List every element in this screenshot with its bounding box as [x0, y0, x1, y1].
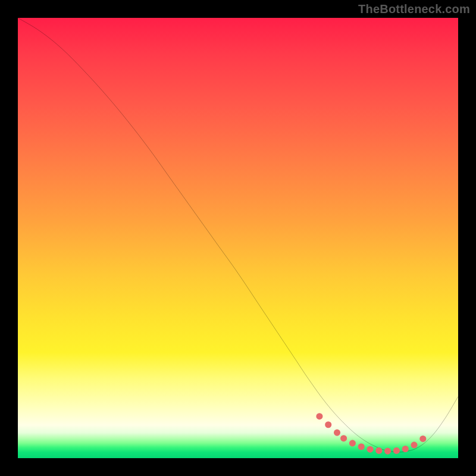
marker-dot — [367, 446, 373, 453]
chart-svg — [18, 18, 458, 458]
marker-dot — [358, 443, 365, 450]
bottleneck-curve — [18, 18, 458, 452]
marker-dot — [325, 421, 331, 428]
marker-dot — [316, 413, 322, 419]
marker-dot — [402, 446, 409, 452]
chart-container: TheBottleneck.com — [0, 0, 476, 476]
marker-dot — [393, 447, 400, 454]
marker-dot — [384, 448, 391, 455]
marker-dot — [419, 436, 426, 442]
optimal-zone-markers — [316, 413, 426, 455]
marker-dot — [375, 447, 382, 454]
marker-dot — [334, 430, 340, 436]
watermark-text: TheBottleneck.com — [358, 2, 470, 16]
marker-dot — [411, 441, 417, 448]
marker-dot — [340, 435, 347, 441]
marker-dot — [349, 440, 356, 446]
plot-area — [18, 18, 458, 458]
